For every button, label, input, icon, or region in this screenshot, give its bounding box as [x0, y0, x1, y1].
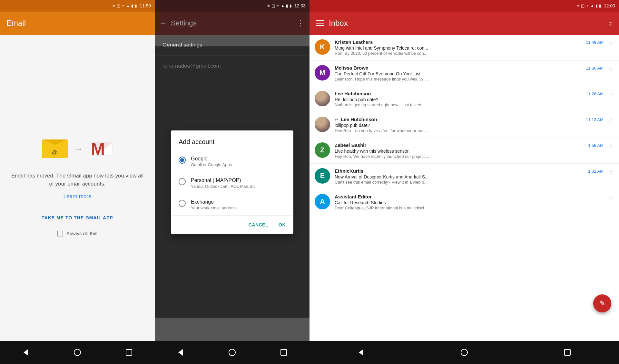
arrow-right-icon: → [74, 144, 83, 154]
compose-fab[interactable]: ✎ [593, 294, 611, 312]
avatar-4: Z [315, 142, 330, 158]
email-header-3: ↩ Lee Hutchinson 11:13 AM [335, 117, 604, 122]
settings-back-arrow[interactable]: ← [160, 19, 167, 27]
email-item-6[interactable]: A Assistant Editor Call for Research Stu… [310, 189, 619, 215]
search-icon[interactable]: ⌕ [608, 19, 613, 27]
email-item-1[interactable]: M Melissa Brown 11:36 AM The Perfect Gif… [310, 61, 619, 86]
email-time-1: 11:36 AM [586, 66, 604, 71]
sender-name-2: Lee Hutchinson [335, 91, 371, 96]
dialog-actions: CANCEL OK [171, 216, 293, 234]
email-item-3[interactable]: ↩ Lee Hutchinson 11:13 AM lollipop pub d… [310, 112, 619, 138]
s3-recents-button[interactable] [559, 344, 575, 360]
block-icon: ◰ [117, 4, 120, 8]
email-content-1: Melissa Brown 11:36 AM The Perfect Gift … [335, 65, 604, 81]
settings-title: Settings [171, 19, 293, 27]
alarm-icon: ⚬ [122, 4, 125, 8]
email-header-1: Melissa Brown 11:36 AM [335, 65, 604, 71]
screen1-status-bar: ∗ ◰ ⚬ ▲ ▮ ▮ 11:59 [0, 0, 155, 12]
email-item-0[interactable]: K Kristen Leathers 11:48 AM Mtng with In… [310, 35, 619, 61]
email-preview-5: Can't see this email correctly? View it … [335, 180, 604, 185]
take-me-to-gmail-button[interactable]: TAKE ME TO THE GMAIL APP [42, 215, 113, 220]
ok-button[interactable]: OK [276, 220, 288, 230]
sender-name-3: ↩ Lee Hutchinson [335, 117, 377, 122]
email-list: K Kristen Leathers 11:48 AM Mtng with In… [310, 35, 619, 341]
exchange-option[interactable]: Exchange Your work email address [171, 194, 293, 216]
google-radio[interactable] [179, 157, 186, 164]
email-icon-area: @ → M [42, 139, 113, 159]
google-option-title: Google [191, 156, 232, 162]
google-option[interactable]: Google Gmail or Google Apps [171, 151, 293, 172]
s2-alarm-icon: ⚬ [276, 4, 280, 8]
hamburger-menu[interactable] [316, 20, 324, 26]
screen1-status-icons: ∗ ◰ ⚬ ▲ ▮ ▮ [112, 4, 137, 8]
email-content-4: Zabeel Bashir 1:56 AM Live healthy with … [335, 142, 604, 159]
star-icon-2[interactable]: ☆ [608, 91, 614, 99]
screen2-time: 12:03 [294, 3, 306, 8]
email-subject-5: New Arrival of Designer Kurtis and Anark… [335, 174, 604, 179]
email-content-3: ↩ Lee Hutchinson 11:13 AM lollipop pub d… [335, 117, 604, 133]
s3-alarm-icon: ⚬ [586, 4, 589, 8]
screen2-wrapper: General settings ronamadeo@gmail.com Add… [155, 35, 310, 341]
screen2-app-bar: ← Settings ⋮ [155, 12, 310, 35]
email-subject-6: Call for Research Studies [335, 200, 604, 205]
learn-more-link[interactable]: Learn more [64, 193, 92, 200]
email-item-5[interactable]: E EthnicKurtis 1:02 AM New Arrival of De… [310, 164, 619, 189]
star-icon-1[interactable]: ☆ [608, 65, 614, 73]
exchange-option-title: Exchange [191, 199, 237, 205]
email-item-4[interactable]: Z Zabeel Bashir 1:56 AM Live healthy wit… [310, 138, 619, 164]
google-radio-inner [180, 158, 184, 162]
inbox-title: Inbox [329, 19, 603, 28]
avatar-2 [315, 91, 330, 106]
screen3-app-bar: Inbox ⌕ [310, 12, 619, 35]
cancel-button[interactable]: CANCEL [246, 220, 271, 230]
sender-name-6: Assistant Editor [335, 194, 372, 199]
s2-battery-icon: ▮ [290, 4, 292, 8]
s3-back-button[interactable] [353, 344, 369, 360]
hamburger-line1 [316, 20, 324, 21]
email-preview-0: Ron, By 2020, 60 percent of vehicles wil… [335, 51, 604, 56]
battery-icon: ▮ [135, 4, 137, 8]
email-preview-6: Dear Colleague, SJP International is a m… [335, 206, 604, 210]
email-header-4: Zabeel Bashir 1:56 AM [335, 142, 604, 148]
s3-home-button[interactable] [456, 344, 472, 360]
home-button[interactable] [69, 344, 85, 360]
s2-recents-button[interactable] [276, 344, 292, 360]
personal-option[interactable]: Personal (IMAP/POP) Yahoo, Outlook.com, … [171, 172, 293, 194]
add-account-dialog: Add account Google Gmail or Google Apps [171, 130, 293, 234]
more-options-icon[interactable]: ⋮ [297, 19, 304, 28]
star-icon-3[interactable]: ☆ [608, 117, 614, 124]
add-account-dialog-overlay: Add account Google Gmail or Google Apps [155, 46, 310, 318]
avatar-0: K [315, 39, 330, 55]
star-icon-5[interactable]: ☆ [608, 168, 614, 176]
screen1-app-bar: Email [0, 12, 155, 35]
personal-radio[interactable] [179, 178, 186, 185]
email-subject-0: Mtng with Intel and Symphony Teleca re: … [335, 45, 604, 51]
sender-name-4: Zabeel Bashir [335, 142, 366, 148]
email-subject-4: Live healthy with this wireless sensor. [335, 148, 604, 154]
back-button[interactable] [18, 344, 34, 360]
avatar-3 [315, 117, 330, 132]
email-time-3: 11:13 AM [586, 117, 604, 122]
email-item-2[interactable]: Lee Hutchinson 11:26 AM Re: lollipop pub… [310, 86, 619, 112]
svg-text:M: M [91, 140, 105, 158]
google-option-texts: Google Gmail or Google Apps [191, 156, 232, 167]
star-icon-4[interactable]: ☆ [608, 142, 614, 150]
exchange-radio[interactable] [179, 200, 186, 207]
email-header-6: Assistant Editor [335, 194, 604, 199]
s3-signal-icon: ▮ [595, 4, 598, 8]
star-icon-0[interactable]: ☆ [608, 39, 614, 47]
screen2-settings: ∗ ◰ ⚬ ▲ ▮ ▮ 12:03 ← Settings ⋮ General s… [155, 0, 310, 364]
recents-button[interactable] [121, 344, 137, 360]
screen1-app-title: Email [6, 19, 26, 28]
email-header-0: Kristen Leathers 11:48 AM [335, 39, 604, 45]
s2-back-button[interactable] [172, 344, 189, 360]
at-symbol: @ [52, 149, 58, 156]
wifi-icon: ▲ [126, 4, 130, 8]
sender-name-1: Melissa Brown [335, 65, 368, 71]
s2-block-icon: ◰ [271, 4, 275, 8]
star-icon-6[interactable]: ☆ [608, 194, 614, 202]
avatar-1: M [315, 65, 330, 81]
dialog-title: Add account [171, 130, 293, 151]
s2-home-button[interactable] [224, 344, 240, 360]
always-do-checkbox[interactable] [57, 231, 63, 236]
